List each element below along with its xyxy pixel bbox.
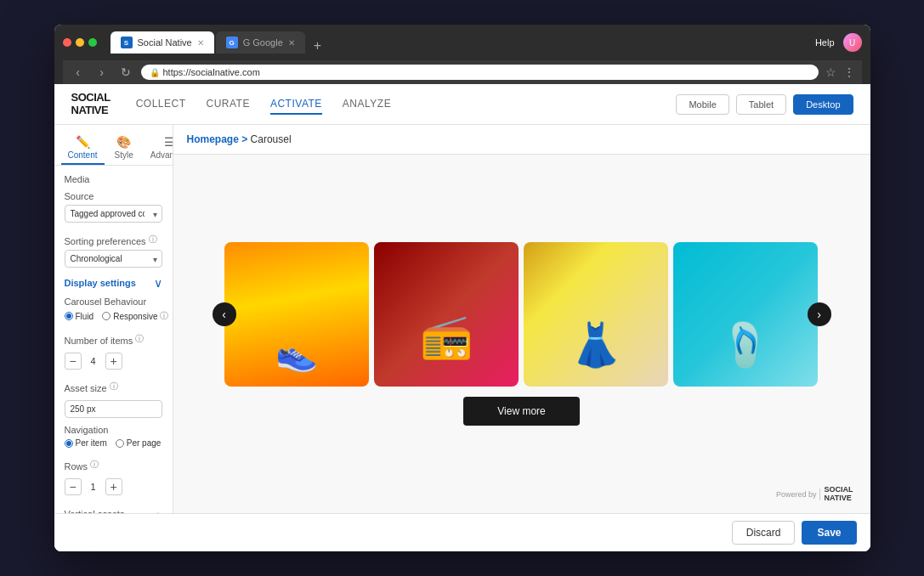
dot-green[interactable] bbox=[88, 38, 97, 47]
new-tab-button[interactable]: + bbox=[307, 38, 328, 54]
lock-icon: 🔒 bbox=[150, 68, 160, 77]
tab-social-native[interactable]: S Social Native ✕ bbox=[111, 31, 214, 54]
rows-label: Rows bbox=[65, 461, 88, 472]
asset-size-group: Asset size ⓘ 250 px bbox=[65, 376, 162, 418]
desktop-view-button[interactable]: Desktop bbox=[793, 94, 853, 115]
tab-advanced[interactable]: ☰ Advanced bbox=[144, 132, 173, 165]
chevron-down-icon[interactable]: ∨ bbox=[154, 276, 162, 290]
responsive-info-icon[interactable]: ⓘ bbox=[160, 310, 168, 322]
back-button[interactable]: ‹ bbox=[70, 65, 87, 79]
responsive-label: Responsive bbox=[113, 312, 157, 321]
vertical-space-group: Vertical assets space ⓘ 5 px (default) bbox=[65, 502, 162, 513]
source-label: Source bbox=[65, 191, 162, 201]
dot-yellow[interactable] bbox=[76, 38, 84, 47]
powered-by-label: Powered by bbox=[776, 490, 817, 499]
sidebar-section-media: Media Source Tagged approved content Sor… bbox=[54, 166, 173, 513]
refresh-button[interactable]: ↻ bbox=[117, 65, 134, 79]
per-item-radio[interactable] bbox=[65, 439, 73, 448]
tab-advanced-label: Advanced bbox=[150, 150, 173, 160]
fluid-radio[interactable] bbox=[65, 312, 73, 320]
navigation-radios: Per item Per page bbox=[65, 438, 162, 448]
tab-google[interactable]: G G Google ✕ bbox=[216, 31, 305, 54]
navigation-label: Navigation bbox=[65, 425, 162, 435]
rows-group: Rows ⓘ − 1 + bbox=[65, 455, 162, 495]
increase-items-button[interactable]: + bbox=[105, 353, 122, 370]
display-settings-header[interactable]: Display settings ∨ bbox=[65, 276, 162, 290]
per-page-radio-label: Per page bbox=[116, 438, 162, 448]
tablet-view-button[interactable]: Tablet bbox=[736, 94, 786, 115]
style-icon: 🎨 bbox=[116, 135, 131, 149]
sorting-info-icon[interactable]: ⓘ bbox=[149, 234, 157, 246]
decrease-items-button[interactable]: − bbox=[65, 353, 82, 370]
per-page-radio[interactable] bbox=[116, 439, 124, 448]
rows-input: − 1 + bbox=[65, 478, 162, 495]
address-bar[interactable]: 🔒 https://socialnative.com bbox=[141, 65, 819, 80]
forward-button[interactable]: › bbox=[94, 65, 111, 79]
menu-icon[interactable]: ⋮ bbox=[843, 65, 855, 79]
breadcrumb-separator: > bbox=[241, 133, 250, 145]
number-of-items-group: Number of items ⓘ − 4 + bbox=[65, 329, 162, 370]
browser-controls: S Social Native ✕ G G Google ✕ + Help U bbox=[63, 31, 862, 54]
nav-curate[interactable]: CURATE bbox=[206, 94, 249, 115]
display-settings-label: Display settings bbox=[65, 278, 136, 288]
close-icon[interactable]: ✕ bbox=[197, 38, 204, 48]
sidebar-tabs: ✏️ Content 🎨 Style ☰ Advanced bbox=[54, 125, 173, 166]
browser-window: S Social Native ✕ G G Google ✕ + Help U … bbox=[54, 25, 870, 551]
preview-content: ‹ bbox=[173, 155, 870, 513]
powered-logo: SOCIAL NATIVE bbox=[824, 486, 853, 503]
number-items-label-row: Number of items ⓘ bbox=[65, 329, 162, 349]
asset-size-input[interactable]: 250 px bbox=[65, 400, 162, 418]
carousel-item-4 bbox=[673, 242, 818, 387]
main-nav: COLLECT CURATE ACTIVATE ANALYZE bbox=[136, 94, 677, 115]
carousel-next-button[interactable]: › bbox=[808, 302, 831, 326]
tab-content-label: Content bbox=[68, 150, 98, 160]
logo-line1: SOCIAL bbox=[71, 92, 111, 104]
preview-area: Homepage > Carousel ‹ bbox=[173, 125, 870, 513]
logo-line2: NATIVE bbox=[71, 104, 111, 116]
number-items-info-icon[interactable]: ⓘ bbox=[135, 333, 144, 345]
discard-button[interactable]: Discard bbox=[732, 521, 796, 545]
number-items-label: Number of items bbox=[65, 336, 133, 346]
browser-tabs: S Social Native ✕ G G Google ✕ + bbox=[111, 31, 810, 54]
source-group: Source Tagged approved content bbox=[65, 191, 162, 223]
rows-info-icon[interactable]: ⓘ bbox=[90, 459, 99, 471]
browser-nav: ‹ › ↻ 🔒 https://socialnative.com ☆ ⋮ bbox=[63, 60, 862, 84]
carousel-item-2 bbox=[374, 242, 519, 387]
carousel-prev-button[interactable]: ‹ bbox=[213, 302, 236, 326]
bookmark-icon[interactable]: ☆ bbox=[825, 65, 836, 79]
sorting-group: Sorting preferences ⓘ Chronological bbox=[65, 229, 162, 268]
carousel-image-3 bbox=[524, 242, 668, 387]
source-select[interactable]: Tagged approved content bbox=[65, 205, 162, 223]
responsive-radio[interactable] bbox=[102, 312, 111, 320]
asset-size-info-icon[interactable]: ⓘ bbox=[110, 381, 118, 392]
tab-style[interactable]: 🎨 Style bbox=[108, 132, 140, 165]
save-button[interactable]: Save bbox=[802, 521, 856, 545]
sorting-select[interactable]: Chronological bbox=[65, 250, 162, 268]
main-layout: ✏️ Content 🎨 Style ☰ Advanced Media bbox=[54, 125, 870, 513]
asset-size-label-row: Asset size ⓘ bbox=[65, 376, 162, 397]
nav-activate[interactable]: ACTIVATE bbox=[270, 94, 322, 115]
view-more-button[interactable]: View more bbox=[463, 397, 579, 426]
help-button[interactable]: Help bbox=[815, 37, 835, 48]
source-select-wrapper: Tagged approved content bbox=[65, 205, 162, 223]
powered-logo-line1: SOCIAL bbox=[824, 485, 853, 494]
decrease-rows-button[interactable]: − bbox=[65, 478, 82, 495]
tab-style-label: Style bbox=[115, 150, 133, 160]
increase-rows-button[interactable]: + bbox=[105, 478, 122, 495]
user-avatar[interactable]: U bbox=[843, 33, 862, 52]
carousel-behaviour-radios: Fluid Responsive ⓘ bbox=[65, 310, 162, 322]
dot-red[interactable] bbox=[63, 38, 71, 47]
app-container: SOCIAL NATIVE COLLECT CURATE ACTIVATE AN… bbox=[54, 84, 870, 551]
carousel-track bbox=[224, 242, 819, 387]
rows-count-value: 1 bbox=[85, 482, 102, 492]
close-icon-2[interactable]: ✕ bbox=[288, 38, 295, 48]
nav-collect[interactable]: COLLECT bbox=[136, 94, 186, 115]
tab-title: Social Native bbox=[138, 37, 192, 48]
tab-favicon: S bbox=[121, 37, 133, 48]
mobile-view-button[interactable]: Mobile bbox=[676, 94, 728, 115]
sorting-select-wrapper: Chronological bbox=[65, 250, 162, 268]
tab-content[interactable]: ✏️ Content bbox=[61, 132, 105, 165]
google-favicon: G bbox=[226, 37, 238, 48]
carousel-image-4 bbox=[673, 242, 818, 387]
nav-analyze[interactable]: ANALYZE bbox=[343, 94, 391, 115]
